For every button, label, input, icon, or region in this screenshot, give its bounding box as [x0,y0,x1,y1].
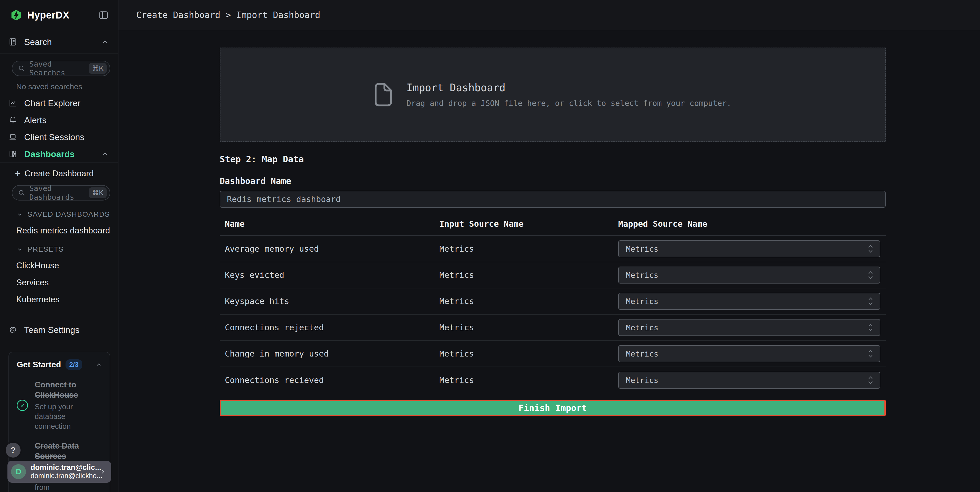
selected-value: Metrics [626,376,658,385]
get-started-header[interactable]: Get Started 2/3 [17,359,102,370]
mapped-source-select[interactable]: Metrics [618,372,880,389]
logo-row: HyperDX [0,0,118,30]
import-dropzone[interactable]: Import Dashboard Drag and drop a JSON fi… [220,48,886,142]
saved-dashboards-input[interactable]: Saved Dashboards ⌘K [12,185,110,201]
finish-import-button[interactable]: Finish Import [220,400,886,416]
sidebar: HyperDX Search Saved Searches ⌘K No save… [0,0,118,492]
table-body: Average memory used Metrics Metrics Keys… [220,236,886,393]
updown-chevrons-icon [867,375,873,385]
selected-value: Metrics [626,323,658,332]
file-icon [374,83,393,107]
avatar: D [11,464,26,479]
main-area: Create Dashboard > Import Dashboard Impo… [118,0,980,492]
sidebar-item-label: Dashboards [24,149,75,159]
dropzone-title: Import Dashboard [406,82,731,94]
dashboard-name-label: Dashboard Name [220,176,886,186]
topbar: Create Dashboard > Import Dashboard [118,0,980,30]
preset-item-services[interactable]: Services [16,278,49,287]
breadcrumb: Create Dashboard > Import Dashboard [136,10,320,20]
laptop-icon [9,133,17,141]
mapped-source-select[interactable]: Metrics [618,293,880,310]
row-input-source: Metrics [439,270,618,280]
sidebar-item-label: Alerts [24,115,46,125]
preset-item-kubernetes[interactable]: Kubernetes [16,295,60,304]
selected-value: Metrics [626,297,658,306]
sidebar-item-label: Client Sessions [24,132,84,142]
mapped-source-select[interactable]: Metrics [618,319,880,336]
row-name: Keyspace hits [225,296,439,306]
search-icon [18,189,25,196]
updown-chevrons-icon [867,244,873,254]
content: Import Dashboard Drag and drop a JSON fi… [118,30,980,492]
mapping-table: Name Input Source Name Mapped Source Nam… [220,219,886,393]
user-profile-chip[interactable]: D dominic.tran@clic... dominic.tran@clic… [8,461,111,483]
journal-icon [9,38,17,46]
row-name: Connections recieved [225,375,439,385]
help-button[interactable]: ? [6,443,21,457]
sidebar-item-team-settings[interactable]: Team Settings [0,321,118,338]
updown-chevrons-icon [867,270,873,280]
saved-searches-placeholder: Saved Searches [29,60,89,77]
mapped-source-select[interactable]: Metrics [618,240,880,257]
task-title: Create Data Sources [35,441,102,461]
row-name: Connections rejected [225,323,439,332]
table-row: Change in memory used Metrics Metrics [220,341,886,367]
table-header-row: Name Input Source Name Mapped Source Nam… [220,219,886,236]
chevron-down-icon [17,211,23,218]
selected-value: Metrics [626,349,658,358]
plus-icon: + [15,169,20,178]
bell-icon [9,116,17,124]
row-input-source: Metrics [439,323,618,332]
dashboard-name-input[interactable] [220,191,886,208]
chevron-down-icon [17,246,23,252]
row-name: Change in memory used [225,349,439,358]
saved-dashboard-item[interactable]: Redis metrics dashboard [16,226,110,236]
updown-chevrons-icon [867,296,873,306]
create-dashboard-label: Create Dashboard [24,169,94,178]
column-header-input-source: Input Source Name [439,219,618,229]
no-saved-searches-text: No saved searches [16,82,118,91]
section-title: PRESETS [27,245,64,253]
sidebar-item-alerts[interactable]: Alerts [0,111,118,129]
row-input-source: Metrics [439,244,618,254]
gear-icon [9,326,17,334]
section-title: SAVED DASHBOARDS [27,210,110,218]
selected-value: Metrics [626,271,658,280]
sidebar-item-client-sessions[interactable]: Client Sessions [0,129,118,145]
preset-item-clickhouse[interactable]: ClickHouse [16,261,59,271]
table-row: Connections recieved Metrics Metrics [220,367,886,393]
mapped-source-select[interactable]: Metrics [618,267,880,283]
user-email: dominic.tran@clickho... [30,472,99,480]
chevron-up-icon [102,38,109,46]
get-started-title: Get Started [17,360,61,369]
presets-section-header[interactable]: PRESETS [17,245,118,253]
divider [0,162,118,163]
progress-badge: 2/3 [65,359,82,370]
get-started-item-connect[interactable]: Connect to ClickHouse Set up your databa… [17,380,102,431]
table-row: Average memory used Metrics Metrics [220,236,886,262]
dropzone-subtitle: Drag and drop a JSON file here, or click… [406,99,731,108]
row-input-source: Metrics [439,296,618,306]
check-circle-icon [17,400,28,411]
saved-searches-input[interactable]: Saved Searches ⌘K [12,61,110,76]
task-desc: Set up your database connection [35,402,102,431]
create-dashboard-button[interactable]: + Create Dashboard [0,166,118,182]
sidebar-item-dashboards[interactable]: Dashboards [0,145,118,162]
dropzone-text: Import Dashboard Drag and drop a JSON fi… [406,82,731,108]
saved-dashboards-section-header[interactable]: SAVED DASHBOARDS [17,210,118,218]
user-name: dominic.tran@clic... [30,463,99,472]
saved-dashboards-placeholder: Saved Dashboards [29,184,89,202]
sidebar-item-label: Chart Explorer [24,98,80,108]
step-title: Step 2: Map Data [220,154,886,164]
sidebar-item-chart-explorer[interactable]: Chart Explorer [0,95,118,111]
task-title: Connect to ClickHouse [35,380,102,400]
search-icon [18,65,25,72]
sidebar-item-search[interactable]: Search [0,30,118,54]
sidebar-collapse-icon[interactable] [99,10,109,20]
mapped-source-select[interactable]: Metrics [618,345,880,362]
shortcut-badge: ⌘K [89,63,107,74]
sidebar-item-label: Search [24,37,52,47]
shortcut-badge: ⌘K [89,187,107,198]
column-header-name: Name [225,219,439,229]
app-title: HyperDX [27,10,69,21]
